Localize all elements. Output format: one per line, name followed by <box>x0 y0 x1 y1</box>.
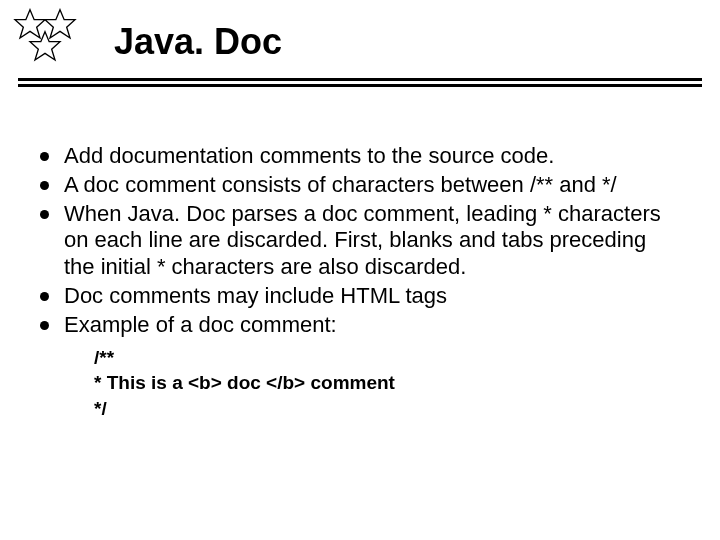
bullet-text: A doc comment consists of characters bet… <box>64 172 617 197</box>
list-item: Doc comments may include HTML tags <box>34 283 680 310</box>
header: Java. Doc <box>0 0 720 72</box>
slide: Java. Doc Add documentation comments to … <box>0 0 720 540</box>
bullet-list: Add documentation comments to the source… <box>34 143 680 339</box>
body: Add documentation comments to the source… <box>0 87 720 422</box>
bullet-text: Example of a doc comment: <box>64 312 337 337</box>
bullet-text: When Java. Doc parses a doc comment, lea… <box>64 201 661 280</box>
code-line: */ <box>94 396 680 422</box>
logo-star-cluster <box>10 8 90 72</box>
bullet-text: Doc comments may include HTML tags <box>64 283 447 308</box>
page-title: Java. Doc <box>114 21 282 63</box>
list-item: Add documentation comments to the source… <box>34 143 680 170</box>
list-item: When Java. Doc parses a doc comment, lea… <box>34 201 680 281</box>
code-example: /** * This is a <b> doc </b> comment */ <box>94 345 680 422</box>
star-icon <box>25 30 65 70</box>
list-item: Example of a doc comment: <box>34 312 680 339</box>
code-line: * This is a <b> doc </b> comment <box>94 370 680 396</box>
code-line: /** <box>94 345 680 371</box>
list-item: A doc comment consists of characters bet… <box>34 172 680 199</box>
bullet-text: Add documentation comments to the source… <box>64 143 554 168</box>
divider <box>18 78 702 87</box>
svg-marker-2 <box>30 32 60 60</box>
